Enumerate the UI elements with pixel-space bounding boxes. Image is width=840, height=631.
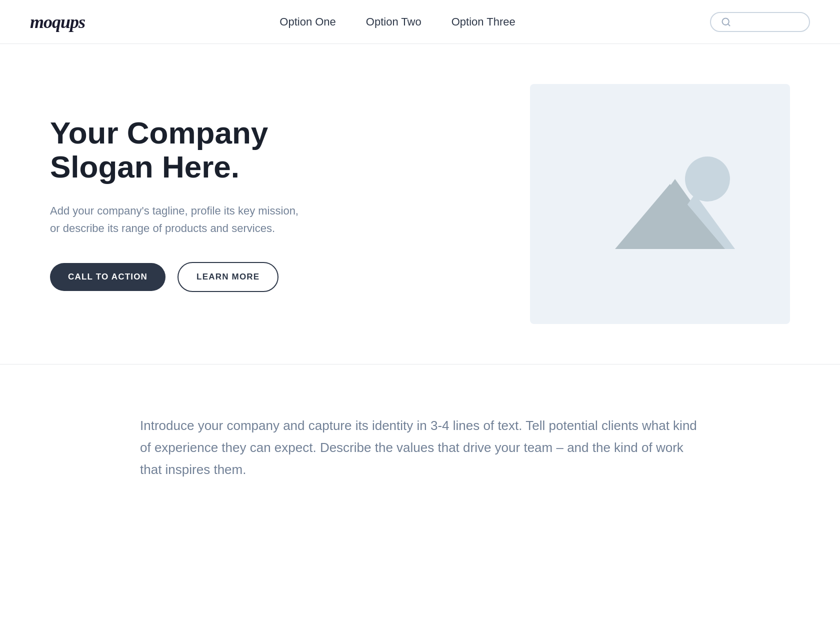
search-icon [721, 17, 731, 27]
svg-line-1 [728, 24, 730, 26]
nav-links: Option One Option Two Option Three [280, 16, 515, 28]
hero-description: Add your company's tagline, profile its … [50, 202, 310, 237]
svg-point-4 [685, 156, 730, 202]
nav-item-option-two[interactable]: Option Two [366, 16, 422, 28]
hero-buttons: CALL TO ACTION LEARN MORE [50, 262, 310, 292]
about-text: Introduce your company and capture its i… [140, 414, 700, 481]
hero-image-placeholder [530, 84, 790, 324]
search-input[interactable] [735, 18, 799, 26]
about-section: Introduce your company and capture its i… [0, 364, 840, 531]
nav-item-option-three[interactable]: Option Three [452, 16, 516, 28]
cta-primary-button[interactable]: CALL TO ACTION [50, 263, 166, 291]
hero-content: Your Company Slogan Here. Add your compa… [50, 116, 310, 292]
nav-item-option-one[interactable]: Option One [280, 16, 336, 28]
search-bar[interactable] [710, 12, 810, 32]
navbar: moqups Option One Option Two Option Thre… [0, 0, 840, 44]
hero-title: Your Company Slogan Here. [50, 116, 310, 184]
image-placeholder-icon [585, 139, 735, 269]
hero-section: Your Company Slogan Here. Add your compa… [0, 44, 840, 364]
logo: moqups [30, 12, 85, 32]
cta-secondary-button[interactable]: LEARN MORE [178, 262, 278, 292]
